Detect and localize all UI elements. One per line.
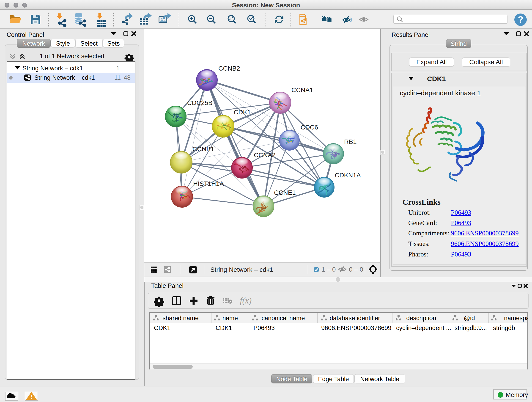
svg-text:CCNB2: CCNB2 — [218, 65, 240, 72]
svg-text:CCNE1: CCNE1 — [274, 189, 296, 196]
svg-text:CCNA2: CCNA2 — [254, 152, 276, 159]
svg-text:f(x): f(x) — [240, 296, 252, 306]
svg-text:CCNA1: CCNA1 — [291, 86, 313, 94]
svg-text:CDC6: CDC6 — [301, 124, 318, 131]
svg-text:RB1: RB1 — [344, 138, 356, 145]
svg-text:1 – 0: 1 – 0 — [322, 266, 336, 273]
svg-text:String Network – cdk1: String Network – cdk1 — [210, 266, 273, 273]
svg-text:CDC25B: CDC25B — [187, 99, 212, 106]
svg-text:HIST1H1A: HIST1H1A — [193, 180, 224, 187]
svg-text:?: ? — [518, 14, 523, 25]
svg-text:CDKN1A: CDKN1A — [335, 172, 361, 179]
svg-text:0 – 0: 0 – 0 — [349, 266, 363, 273]
svg-text:CDK1: CDK1 — [234, 109, 251, 116]
svg-text:CCNB1: CCNB1 — [192, 146, 214, 153]
